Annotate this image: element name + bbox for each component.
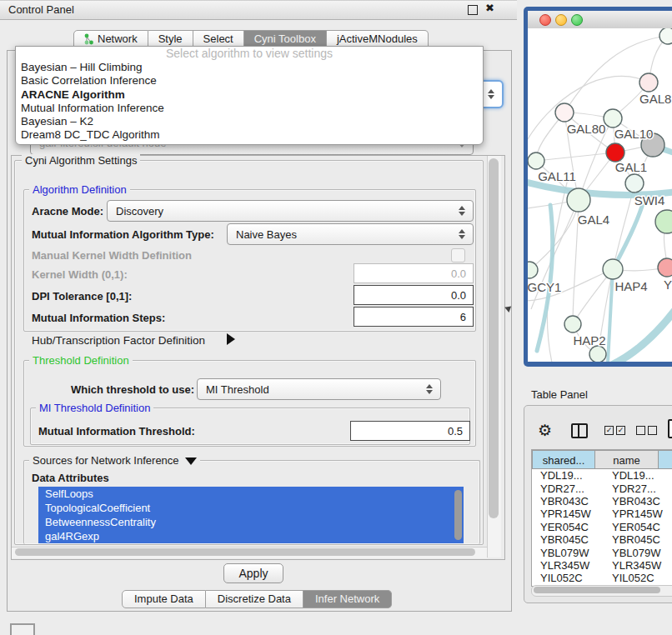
- network-node-gal8[interactable]: [639, 73, 658, 92]
- settings-vscrollbar-thumb[interactable]: [489, 158, 499, 518]
- spinner-up-icon: [488, 89, 494, 93]
- table-header-row: shared...name: [532, 450, 672, 469]
- mi-steps-value: 6: [460, 311, 466, 323]
- table-cell: YER054C: [604, 521, 672, 533]
- network-node-gal80[interactable]: [555, 103, 574, 122]
- sources-group-title[interactable]: Sources for Network Inference: [29, 454, 200, 467]
- network-node-gal10[interactable]: [604, 109, 622, 128]
- network-node-label: Y: [664, 278, 672, 292]
- mi-threshold-group-title: MI Threshold Definition: [36, 402, 153, 414]
- table-row[interactable]: YBR045CYBR045C9.: [532, 533, 672, 546]
- network-node-label: GAL1: [615, 160, 647, 174]
- network-edge-highlighted[interactable]: [613, 201, 644, 269]
- table-row[interactable]: YDR27...YDR27...12: [532, 482, 672, 494]
- network-node-hap4[interactable]: [603, 259, 623, 279]
- tab-label: Cyni Toolbox: [254, 31, 316, 48]
- float-window-icon[interactable]: [468, 5, 478, 15]
- dpi-tolerance-field[interactable]: 0.0: [354, 285, 474, 305]
- data-attributes-list[interactable]: SelfLoopsTopologicalCoefficientBetweenne…: [38, 487, 464, 543]
- algorithm-option[interactable]: Dream8 DC_TDC Algorithm: [16, 128, 483, 142]
- unchecked-box: [636, 426, 645, 435]
- table-row[interactable]: YBR043CYBR043C: [532, 495, 672, 508]
- spinner-arrows-icon: [454, 229, 469, 239]
- table-row[interactable]: YLR345WYLR345W9.: [532, 559, 672, 572]
- list-scrollbar-thumb[interactable]: [454, 490, 462, 540]
- table-cell: YIL052C: [604, 572, 672, 584]
- column-header-shared...[interactable]: shared...: [532, 450, 595, 469]
- table-cell: YDL19...: [604, 469, 672, 482]
- data-attribute-item[interactable]: gal4RGexp: [38, 529, 464, 543]
- close-traffic-light[interactable]: [539, 14, 551, 26]
- network-node-gal1[interactable]: [606, 143, 624, 162]
- network-node[interactable]: [655, 210, 672, 233]
- mi-type-combo[interactable]: Naive Bayes: [227, 223, 474, 245]
- table-cell: YBR043C: [604, 495, 672, 508]
- network-graph: GAL8GAL80GAL10GAL1GAL11SWI4GAL4GCY1HAP4Y…: [528, 28, 672, 362]
- which-threshold-combo[interactable]: MI Threshold: [197, 378, 441, 400]
- spinner-arrows-icon: [454, 206, 469, 216]
- which-threshold-value: MI Threshold: [198, 383, 422, 396]
- minimize-traffic-light[interactable]: [555, 14, 567, 26]
- table-row[interactable]: YDL19...YDL19...13: [532, 469, 672, 482]
- dpi-tolerance-value: 0.0: [451, 289, 466, 302]
- minimized-panel-icon[interactable]: [10, 623, 35, 635]
- hub-definition-label[interactable]: Hub/Transcription Factor Definition: [32, 334, 205, 347]
- network-node-gal4[interactable]: [567, 188, 590, 212]
- table-row[interactable]: YIL052CYIL052C9.: [532, 572, 672, 584]
- apply-button[interactable]: Apply: [223, 563, 283, 583]
- column-header-name[interactable]: name: [595, 450, 659, 469]
- algorithm-option[interactable]: Basic Correlation Inference: [16, 74, 483, 88]
- zoom-traffic-light[interactable]: [571, 14, 583, 26]
- mi-threshold-value: 0.5: [448, 425, 463, 438]
- kernel-width-label: Kernel Width (0,1):: [32, 268, 128, 281]
- table-row[interactable]: YBL079WYBL079W: [532, 546, 672, 558]
- network-edge[interactable]: [536, 152, 615, 161]
- tab-impute-data[interactable]: Impute Data: [122, 590, 206, 608]
- network-window-titlebar[interactable]: [528, 11, 672, 29]
- mi-threshold-label: Mutual Information Threshold:: [38, 425, 195, 438]
- manual-kernel-checkbox[interactable]: [451, 248, 465, 262]
- mi-steps-field[interactable]: 6: [354, 307, 474, 327]
- table-hscrollbar-thumb[interactable]: [534, 587, 660, 593]
- algorithm-option[interactable]: ARACNE Algorithm: [16, 88, 483, 102]
- table-hscrollbar[interactable]: [531, 585, 672, 597]
- new-table-icon[interactable]: [668, 419, 672, 438]
- network-canvas[interactable]: GAL8GAL80GAL10GAL1GAL11SWI4GAL4GCY1HAP4Y…: [528, 28, 672, 362]
- network-edge-highlighted[interactable]: [537, 205, 553, 351]
- tab-infer-network[interactable]: Infer Network: [303, 590, 392, 608]
- network-node-hap2[interactable]: [564, 316, 581, 332]
- network-node[interactable]: [589, 346, 606, 362]
- network-node-swi4[interactable]: [625, 174, 644, 192]
- settings-hscrollbar-thumb[interactable]: [15, 548, 475, 556]
- tab-discretize-data[interactable]: Discretize Data: [206, 590, 303, 608]
- expand-arrow-icon[interactable]: [227, 333, 235, 345]
- table-row[interactable]: YER054CYER054C8.: [532, 521, 672, 533]
- split-columns-icon[interactable]: [571, 423, 588, 438]
- close-icon[interactable]: ✖: [485, 2, 494, 14]
- network-node[interactable]: [659, 28, 672, 44]
- network-node-y[interactable]: [658, 258, 672, 277]
- table-panel-title: Table Panel: [531, 388, 588, 401]
- manual-kernel-label: Manual Kernel Width Definition: [32, 249, 192, 262]
- algorithm-definition-title: Algorithm Definition: [29, 183, 130, 196]
- mi-threshold-field[interactable]: 0.5: [350, 421, 470, 441]
- aracne-mode-combo[interactable]: Discovery: [107, 200, 474, 222]
- network-window[interactable]: GAL8GAL80GAL10GAL1GAL11SWI4GAL4GCY1HAP4Y…: [524, 7, 672, 367]
- data-attribute-item[interactable]: TopologicalCoefficient: [38, 501, 464, 515]
- algorithm-option[interactable]: Mutual Information Inference: [16, 102, 483, 115]
- settings-gear-icon[interactable]: ⚙: [538, 421, 552, 439]
- data-attribute-item[interactable]: BetweennessCentrality: [38, 515, 464, 529]
- column-header-hidden[interactable]: [659, 450, 672, 469]
- algorithm-option[interactable]: Bayesian – Hill Climbing: [16, 61, 483, 74]
- show-columns-checked-icon[interactable]: ✓ ✓: [604, 426, 625, 435]
- data-attribute-item[interactable]: SelfLoops: [38, 487, 464, 501]
- checked-box: ✓: [604, 426, 614, 435]
- network-edge-highlighted[interactable]: [606, 301, 672, 362]
- table-row[interactable]: YPR145WYPR145W9.: [532, 508, 672, 520]
- table-cell: YIL052C: [532, 572, 604, 584]
- hide-columns-unchecked-icon[interactable]: [636, 426, 657, 435]
- network-node-gal11[interactable]: [528, 152, 544, 169]
- table-cell: YBL079W: [604, 547, 672, 559]
- kernel-width-field[interactable]: 0.0: [354, 263, 474, 283]
- algorithm-option[interactable]: Bayesian – K2: [16, 115, 483, 128]
